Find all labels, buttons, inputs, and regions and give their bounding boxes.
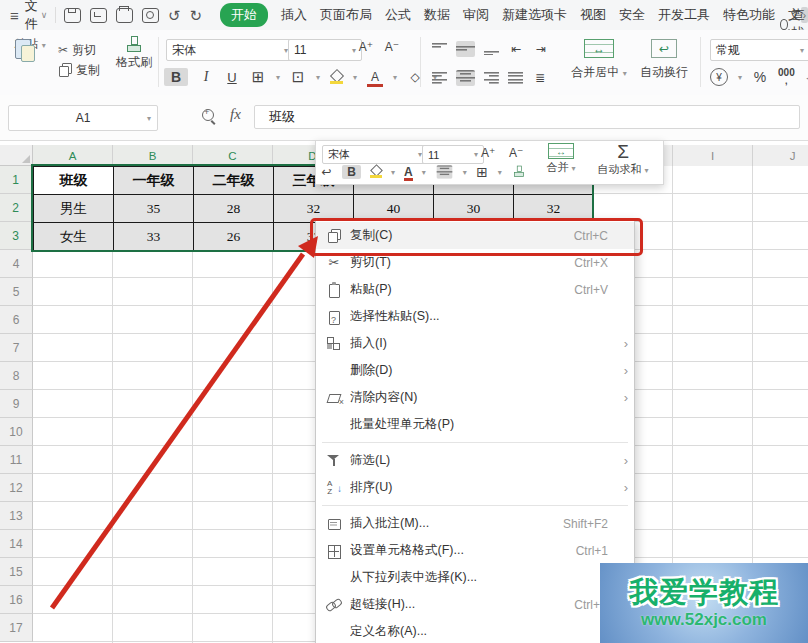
cell-B1[interactable]: 一年级 [114,167,194,195]
row-header-11[interactable]: 11 [0,446,33,474]
align-top-icon[interactable] [432,43,447,55]
tab-item-5[interactable]: 审阅 [463,6,489,24]
font-name-select[interactable]: 宋体 ▾ [166,39,294,61]
mini-font-color-icon[interactable]: A [404,165,413,179]
mini-merge-button[interactable]: ↔ 合并 ▾ [538,143,584,175]
row-header-9[interactable]: 9 [0,390,33,418]
italic-button[interactable]: I [198,69,214,85]
column-header-C[interactable]: C [193,145,273,166]
undo-icon[interactable]: ↺ [168,8,181,23]
decrease-font-icon[interactable]: A⁻ [384,40,400,54]
cell-C1[interactable]: 二年级 [194,167,274,195]
tab-item-8[interactable]: 安全 [619,6,645,24]
increase-font-icon[interactable]: A⁺ [358,40,374,54]
menu-item-define-name[interactable]: 定义名称(A)... [316,618,634,643]
distributed-icon[interactable]: ≣ [532,71,548,85]
menu-item-hyperlink[interactable]: 超链接(H)...Ctrl+K [316,591,634,618]
menu-item-sort[interactable]: 排序(U)› [316,474,634,501]
percent-icon[interactable]: % [752,69,768,85]
cell-A3[interactable]: 女生 [34,223,114,251]
font-size-select[interactable]: 11 ▾ [288,39,362,61]
menu-item-paste-special[interactable]: 选择性粘贴(S)... [316,303,634,330]
justify-icon[interactable] [508,72,523,84]
row-header-12[interactable]: 12 [0,474,33,502]
tab-item-1[interactable]: 插入 [281,6,307,24]
increase-indent-icon[interactable]: ⇥ [533,42,549,56]
tab-item-9[interactable]: 开发工具 [658,6,710,24]
column-header-I[interactable]: I [673,145,753,166]
cell-A1[interactable]: 班级 [34,167,114,195]
menu-item-batch-process-cells[interactable]: 批量处理单元格(P) [316,411,634,438]
row-header-1[interactable]: 1 [0,166,33,194]
decrease-indent-icon[interactable]: ⇤ [508,42,524,56]
file-menu-button[interactable]: 文件 ∨ [25,0,48,33]
row-header-17[interactable]: 17 [0,614,33,642]
align-bottom-icon[interactable] [484,43,499,55]
mini-autosum-button[interactable]: Σ 自动求和 ▾ [588,143,658,177]
menu-item-clear-contents[interactable]: 清除内容(N)› [316,384,634,411]
mini-decrease-font-icon[interactable]: A⁻ [509,146,523,160]
tab-item-7[interactable]: 视图 [580,6,606,24]
wrap-text-button[interactable]: ↩ 自动换行 [636,39,692,81]
bold-button[interactable]: B [164,68,188,86]
row-header-8[interactable]: 8 [0,362,33,390]
mini-borders-icon[interactable]: ⊞ [476,164,489,180]
currency-icon[interactable]: ¥ [710,68,728,86]
tab-item-6[interactable]: 新建选项卡 [502,6,567,24]
cell-style-icon[interactable]: ⊡ [290,68,306,86]
fx-icon[interactable]: fx [230,106,241,123]
hamburger-menu-icon[interactable]: ≡ [10,7,19,24]
mini-font-size-select[interactable]: 11 ▾ [422,145,484,164]
print-icon[interactable] [116,8,133,23]
magnifier-icon[interactable] [202,109,214,121]
tab-home[interactable]: 开始 [220,3,268,27]
tab-item-2[interactable]: 页面布局 [320,6,372,24]
format-painter-button[interactable]: 格式刷 [112,36,156,71]
thousands-separator-icon[interactable]: 000, [778,68,795,86]
row-header-5[interactable]: 5 [0,278,33,306]
mini-font-name-select[interactable]: 宋体 ▾ [322,145,428,164]
menu-item-insert-comment[interactable]: 插入批注(M)...Shift+F2 [316,510,634,537]
align-center-icon[interactable] [456,70,475,86]
mini-wrap-icon[interactable]: ↩ [320,165,333,179]
row-header-13[interactable]: 13 [0,502,33,530]
mini-bold-button[interactable]: B [342,165,361,179]
borders-icon[interactable]: ⊞ [250,68,266,86]
mini-increase-font-icon[interactable]: A⁺ [481,146,495,160]
menu-item-delete[interactable]: 删除(D)› [316,357,634,384]
row-header-15[interactable]: 15 [0,558,33,586]
menu-item-filter[interactable]: 筛选(L)› [316,447,634,474]
redo-icon[interactable]: ↻ [189,8,202,23]
cell-C2[interactable]: 28 [194,195,274,223]
fill-color-icon[interactable] [330,70,343,84]
font-color-icon[interactable]: A [367,70,383,84]
row-header-3[interactable]: 3 [0,222,33,250]
row-header-14[interactable]: 14 [0,530,33,558]
merge-center-button[interactable]: ↔ 合并居中 ▾ [568,39,630,81]
tab-item-10[interactable]: 特色功能 [723,6,775,24]
formula-input[interactable]: 班级 [254,105,800,129]
cell-A2[interactable]: 男生 [34,195,114,223]
underline-button[interactable]: U [224,70,240,85]
cut-button[interactable]: ✂ 剪切 [58,40,100,60]
save-icon[interactable] [64,8,81,23]
column-header-A[interactable]: A [33,145,113,166]
align-middle-icon[interactable] [456,41,475,57]
row-header-6[interactable]: 6 [0,306,33,334]
tab-item-4[interactable]: 数据 [424,6,450,24]
export-icon[interactable] [90,8,107,23]
mini-fill-color-icon[interactable] [370,166,382,178]
align-left-icon[interactable] [432,72,447,84]
row-header-16[interactable]: 16 [0,586,33,614]
menu-item-paste[interactable]: 粘贴(P)Ctrl+V [316,276,634,303]
cell-B3[interactable]: 33 [114,223,194,251]
align-right-icon[interactable] [484,72,499,84]
select-all-corner[interactable] [0,145,33,166]
column-header-J[interactable]: J [753,145,808,166]
row-header-7[interactable]: 7 [0,334,33,362]
column-header-B[interactable]: B [113,145,193,166]
paste-button[interactable]: 粘贴 ▾ [10,36,50,53]
name-box[interactable]: A1 ▾ [8,105,158,131]
mini-align-icon[interactable] [436,165,452,179]
print-preview-icon[interactable] [142,8,159,23]
